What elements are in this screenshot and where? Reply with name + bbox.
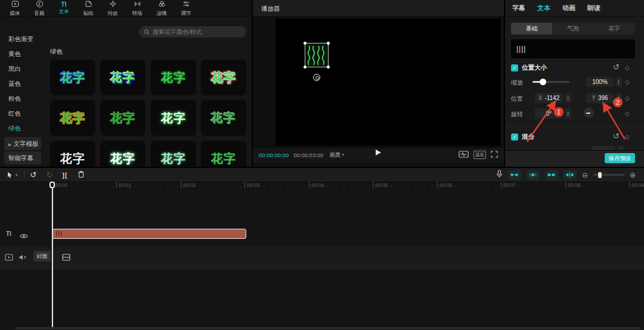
tab-audio[interactable]: 音频	[32, 0, 47, 17]
quality-dropdown[interactable]: 画质	[329, 151, 340, 159]
track-mute-speaker-icon[interactable]	[18, 253, 27, 263]
record-voiceover-button[interactable]	[496, 170, 503, 180]
redo-button[interactable]: ↻	[46, 171, 52, 179]
rotate-stepper[interactable]: ▴▾	[565, 108, 571, 119]
tab-media[interactable]: 媒体	[7, 0, 23, 17]
timeline-zoom-slider[interactable]	[593, 174, 624, 176]
text-style-card[interactable]: 花字	[151, 141, 196, 167]
undo-button[interactable]: ↺	[30, 171, 37, 179]
rotate-value-input[interactable]: 0°	[535, 108, 563, 119]
resize-handle-ne[interactable]	[327, 42, 330, 45]
text-style-card[interactable]: 花字	[50, 100, 95, 136]
position-y-stepper[interactable]: ▴▾	[615, 93, 622, 103]
delete-button[interactable]	[78, 170, 85, 180]
text-style-card[interactable]: 花字	[151, 100, 196, 136]
zoom-slider-thumb[interactable]	[598, 172, 602, 178]
playhead-handle[interactable]	[49, 182, 55, 188]
cover-button[interactable]: 封面	[33, 251, 51, 261]
position-keyframe-icon[interactable]: ◇	[625, 95, 630, 101]
sidebar-item-auto-captions[interactable]: 智能字幕	[4, 151, 41, 164]
tab-filters[interactable]: 滤镜	[154, 0, 169, 17]
fit-button[interactable]: 适应	[473, 151, 486, 159]
sidebar-item-black-white[interactable]: 黑白	[0, 61, 45, 76]
position-size-checkbox[interactable]: ✓	[511, 64, 518, 71]
text-style-card[interactable]: 花字	[201, 100, 246, 136]
text-style-card[interactable]: 花字	[201, 141, 246, 167]
resize-handle-sw[interactable]	[304, 66, 306, 69]
save-preset-button[interactable]: 保存预设	[605, 153, 635, 163]
reset-blend-icon[interactable]: ↺	[613, 133, 620, 140]
split-button[interactable]: ][	[62, 171, 67, 179]
text-content-field[interactable]: ||||	[511, 39, 635, 58]
preview-canvas[interactable]	[275, 18, 501, 146]
fullscreen-icon[interactable]	[491, 151, 498, 159]
sidebar-item-blue[interactable]: 蓝色	[0, 76, 45, 91]
tab-read-aloud[interactable]: 朗读	[587, 4, 600, 13]
position-size-label: 位置大小	[522, 64, 547, 72]
resize-handle-nw[interactable]	[304, 42, 306, 45]
tab-sticker[interactable]: 贴纸	[80, 0, 96, 17]
text-style-card[interactable]: 花字	[50, 141, 95, 167]
sidebar-item-yellow[interactable]: 黄色	[0, 46, 45, 61]
tab-captions[interactable]: 字幕	[512, 4, 525, 13]
sidebar-item-text-templates[interactable]: ▶文字模板	[4, 137, 41, 150]
position-y-input[interactable]: Y396	[586, 93, 614, 103]
ruler-label: 00:08	[565, 182, 582, 188]
position-x-stepper[interactable]: ▴▾	[565, 93, 571, 103]
rotate-keyframe-icon[interactable]: ◇	[625, 111, 630, 117]
filter-icon	[158, 0, 166, 10]
tab-transitions[interactable]: 转场	[129, 0, 145, 17]
ruler-label: 00:09	[629, 182, 644, 188]
reset-position-size-icon[interactable]: ↺	[613, 64, 620, 71]
zoom-out-icon[interactable]: ⊖	[582, 172, 588, 179]
tab-animation[interactable]: 动画	[562, 4, 575, 13]
subtab-bubble[interactable]: 气泡	[552, 23, 593, 35]
tab-text[interactable]: TI 文本	[56, 1, 72, 15]
rotate-dial[interactable]	[584, 108, 594, 118]
scale-stepper[interactable]: ▴▾	[615, 77, 622, 87]
text-style-card[interactable]: 花字	[201, 60, 246, 95]
sidebar-item-pink[interactable]: 粉色	[0, 91, 45, 106]
zoom-in-icon[interactable]: ⊕	[630, 172, 636, 179]
text-style-card[interactable]: 花字	[100, 141, 145, 167]
select-tool[interactable]: ▾	[6, 171, 18, 179]
sidebar-item-green[interactable]: 绿色	[0, 121, 45, 136]
blend-keyframe-icon[interactable]: ◇	[625, 134, 630, 140]
ruler-label: 00:03	[244, 182, 261, 188]
tab-text-props[interactable]: 文本	[537, 4, 550, 13]
scale-keyframe-icon[interactable]: ◇	[625, 79, 630, 85]
cover-frame-icon[interactable]	[62, 253, 70, 263]
track-visibility-eye-icon[interactable]	[20, 231, 28, 242]
rotate-label: 旋转	[511, 110, 523, 119]
scale-value-input[interactable]: 100%	[586, 77, 614, 87]
timeline-horizontal-scrollbar[interactable]	[15, 327, 641, 329]
play-button[interactable]	[376, 150, 381, 155]
selected-text-element[interactable]	[305, 43, 329, 67]
blend-checkbox[interactable]: ✓	[511, 133, 518, 141]
text-style-card[interactable]: 花字	[100, 100, 145, 136]
main-track-magnet-button[interactable]	[508, 170, 521, 180]
preview-quality-icon[interactable]	[459, 151, 469, 159]
sidebar-item-red[interactable]: 红色	[0, 106, 45, 121]
tab-adjust[interactable]: 调节	[178, 0, 194, 17]
preview-axis-button[interactable]	[564, 170, 577, 180]
text-clip[interactable]	[52, 229, 246, 239]
scale-slider-thumb[interactable]	[540, 79, 546, 85]
text-style-card[interactable]: 花字	[50, 60, 95, 95]
keyframe-diamond-icon[interactable]: ◇	[625, 65, 630, 71]
text-style-card[interactable]: 花字	[100, 60, 145, 95]
subtab-basic[interactable]: 基础	[511, 23, 552, 35]
text-style-card[interactable]: 花字	[151, 60, 196, 95]
tab-effects[interactable]: 特效	[105, 0, 120, 17]
sidebar-item-colorful-gradient[interactable]: 彩色渐变	[0, 32, 45, 46]
search-input[interactable]: 搜索花字颜色/样式	[139, 26, 246, 38]
linkage-button[interactable]	[545, 170, 558, 180]
blend-section: ✓ 混合	[511, 133, 534, 141]
subtab-fancy-text[interactable]: 花字	[594, 23, 635, 35]
rotate-handle[interactable]	[313, 74, 320, 81]
position-x-input[interactable]: X-1142	[535, 93, 563, 103]
resize-handle-se[interactable]	[327, 66, 330, 69]
main-video-track[interactable]	[0, 247, 644, 270]
playhead[interactable]	[52, 182, 53, 327]
auto-snap-button[interactable]	[527, 170, 540, 180]
